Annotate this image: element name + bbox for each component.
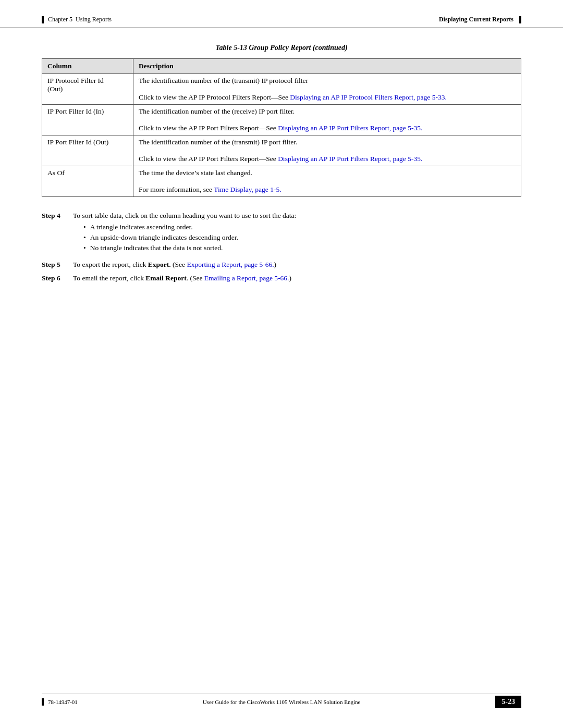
table-row: As Of The time the device’s state last c… (42, 166, 521, 197)
step-6-content: To email the report, click Email Report.… (73, 274, 521, 282)
page-footer: 78-14947-01 User Guide for the CiscoWork… (0, 692, 563, 712)
step-4-label: Step 4 (42, 212, 73, 255)
bullet-2: An upside-down triangle indicates descen… (83, 233, 521, 242)
link-exporting-report[interactable]: Exporting a Report, page 5-66. (187, 261, 274, 268)
link-emailing-report[interactable]: Emailing a Report, page 5-66. (204, 274, 289, 282)
bullet-3: No triangle indicates that the data is n… (83, 244, 521, 252)
table-row: IP Protocol Filter Id(Out) The identific… (42, 74, 521, 105)
table-cell-col2: The time the device’s state last changed… (133, 166, 521, 197)
footer-bar-icon (42, 698, 44, 706)
header-bar-icon (42, 16, 44, 23)
link-ap-ip-port-out[interactable]: Displaying an AP IP Port Filters Report,… (278, 155, 422, 163)
doc-title: User Guide for the CiscoWorks 1105 Wirel… (203, 699, 361, 705)
step-5-row: Step 5 To export the report, click Expor… (42, 261, 521, 269)
header-bar-right-icon (519, 16, 521, 23)
chapter-title: Using Reports (76, 16, 112, 23)
table-title: Table 5-13 Group Policy Report (continue… (42, 44, 521, 52)
table-cell-col1: IP Port Filter Id (In) (42, 105, 133, 135)
table-row: IP Port Filter Id (Out) The identificati… (42, 135, 521, 166)
doc-number: 78-14947-01 (48, 699, 78, 705)
chapter-label: Chapter 5 (48, 16, 72, 23)
table-cell-col2: The identification number of the (receiv… (133, 105, 521, 135)
step-6-text-before: To email the report, click Email Report.… (73, 274, 291, 282)
bullet-1: A triangle indicates ascending order. (83, 223, 521, 231)
step-5-label: Step 5 (42, 261, 73, 269)
table-cell-col2: The identification number of the (transm… (133, 74, 521, 105)
footer-center: User Guide for the CiscoWorks 1105 Wirel… (203, 699, 361, 705)
header-left: Chapter 5 Using Reports (42, 16, 112, 23)
step-5-content: To export the report, click Export. (See… (73, 261, 521, 269)
header-right: Displaying Current Reports (439, 16, 521, 23)
step-4-row: Step 4 To sort table data, click on the … (42, 212, 521, 255)
page-number: 5-23 (495, 696, 521, 708)
col-header-column: Column (42, 59, 133, 74)
table-cell-col1: As Of (42, 166, 133, 197)
step-6-row: Step 6 To email the report, click Email … (42, 274, 521, 282)
footer-left: 78-14947-01 (42, 698, 78, 706)
table-cell-col1: IP Protocol Filter Id(Out) (42, 74, 133, 105)
table-cell-col2: The identification number of the (transm… (133, 135, 521, 166)
link-ap-ip-port-in[interactable]: Displaying an AP IP Port Filters Report,… (278, 124, 422, 132)
link-time-display[interactable]: Time Display, page 1-5. (214, 186, 282, 193)
step-6-label: Step 6 (42, 274, 73, 282)
group-policy-table: Column Description IP Protocol Filter Id… (42, 58, 521, 197)
steps-section: Step 4 To sort table data, click on the … (42, 212, 521, 282)
step-4-bullets: A triangle indicates ascending order. An… (83, 223, 521, 252)
page-header: Chapter 5 Using Reports Displaying Curre… (0, 0, 563, 28)
step-4-content: To sort table data, click on the column … (73, 212, 521, 255)
section-title: Displaying Current Reports (439, 16, 513, 23)
step-5-text-before: To export the report, click Export. (See… (73, 261, 276, 268)
col-header-description: Description (133, 59, 521, 74)
link-ap-ip-protocol[interactable]: Displaying an AP IP Protocol Filters Rep… (290, 93, 446, 101)
table-row: IP Port Filter Id (In) The identificatio… (42, 105, 521, 135)
table-cell-col1: IP Port Filter Id (Out) (42, 135, 133, 166)
main-content: Table 5-13 Group Policy Report (continue… (0, 28, 563, 319)
step-4-text: To sort table data, click on the column … (73, 212, 296, 219)
